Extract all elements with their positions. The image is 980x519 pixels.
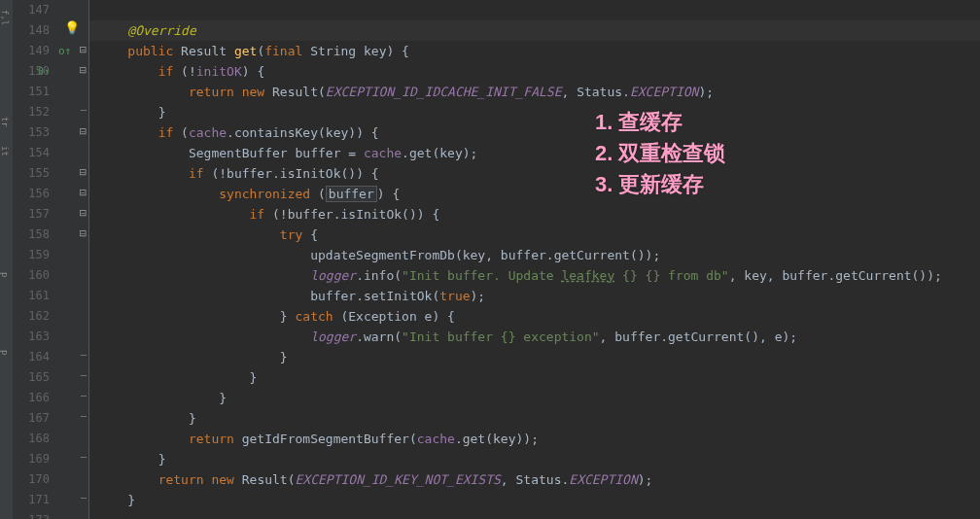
fold-icon-165[interactable]	[81, 369, 87, 380]
fold-icon-156[interactable]	[80, 186, 87, 199]
line-num-156: 156	[14, 184, 55, 204]
line-num-155: 155	[14, 163, 55, 184]
line-num-160: 160	[14, 265, 55, 286]
code-line-150: if (!initOK) {	[89, 61, 980, 82]
line-num-154: 154	[14, 143, 55, 163]
line-num-170: 170	[14, 469, 55, 490]
code-line-170: return new Result(EXCEPTION_ID_KEY_NOT_E…	[89, 469, 980, 490]
line-num-149: 149 0↑	[14, 41, 55, 61]
line-num-147: 147	[14, 0, 55, 20]
code-line-157: if (!buffer.isInitOk()) {	[89, 204, 980, 225]
code-line-166: }	[89, 388, 980, 408]
code-line-171: }	[89, 490, 980, 510]
code-line-162: } catch (Exception e) {	[89, 306, 980, 327]
code-editor: f,l tr it p p 147 148 149 0↑ 150 151 152…	[0, 0, 980, 519]
code-line-156: synchronized (buffer) {	[89, 184, 980, 204]
line-num-162: 162	[14, 306, 55, 327]
line-num-167: 167	[14, 408, 55, 429]
line-num-159: 159	[14, 245, 55, 265]
code-line-148: @Override	[89, 20, 980, 41]
lightbulb-icon: 💡	[64, 20, 80, 35]
intention-bulb[interactable]: 💡	[64, 20, 80, 35]
code-line-168: return getIdFromSegmentBuffer(cache.get(…	[89, 429, 980, 449]
line-num-161: 161	[14, 286, 55, 306]
line-num-148: 148	[14, 20, 55, 41]
code-line-158: try {	[89, 225, 980, 245]
code-line-163: logger.warn("Init buffer {} exception", …	[89, 327, 980, 347]
fold-icon-167[interactable]	[81, 410, 87, 421]
left-marker-1: f,l	[0, 10, 10, 25]
code-area[interactable]: @Override public Result get(final String…	[89, 0, 980, 519]
left-marker-5: p	[0, 350, 10, 355]
code-line-167: }	[89, 408, 980, 429]
override-gutter-icon[interactable]: o↑	[58, 45, 71, 57]
line-num-166: 166	[14, 388, 55, 408]
line-num-153: 153	[14, 122, 55, 143]
left-marker-4: p	[0, 272, 10, 277]
code-line-147	[89, 0, 980, 20]
override-annotation: @Override	[127, 23, 195, 38]
gutter-icons: 💡 o↑	[56, 0, 89, 519]
fold-icon-157[interactable]	[80, 206, 87, 220]
code-line-149: public Result get(final String key) {	[89, 41, 980, 61]
line-num-172: 172	[14, 510, 55, 519]
line-num-169: 169	[14, 449, 55, 469]
fold-icon-152[interactable]	[81, 104, 87, 115]
code-line-154: SegmentBuffer buffer = cache.get(key);	[89, 143, 980, 163]
fold-icon-158[interactable]	[80, 226, 87, 240]
fold-icon-155[interactable]	[80, 165, 87, 179]
line-num-157: 157	[14, 204, 55, 225]
line-num-164: 164	[14, 347, 55, 367]
fold-icon-166[interactable]	[81, 390, 87, 400]
line-num-171: 171	[14, 490, 55, 510]
code-line-161: buffer.setInitOk(true);	[89, 286, 980, 306]
fold-icon-149[interactable]	[80, 43, 87, 56]
fold-icon-169[interactable]	[81, 451, 87, 462]
code-line-160: logger.info("Init buffer. Update leafkey…	[89, 265, 980, 286]
left-marker-2: tr	[0, 117, 10, 127]
fold-icon-171[interactable]	[81, 492, 87, 502]
left-sidebar: f,l tr it p p	[0, 0, 14, 519]
line-num-150: 150	[14, 61, 55, 82]
line-num-152: 152	[14, 102, 55, 122]
fold-icon-150[interactable]	[80, 63, 87, 77]
line-num-168: 168	[14, 429, 55, 449]
code-line-151: return new Result(EXCEPTION_ID_IDCACHE_I…	[89, 82, 980, 102]
line-num-165: 165	[14, 367, 55, 388]
left-marker-3: it	[0, 146, 10, 156]
code-line-159: updateSegmentFromDb(key, buffer.getCurre…	[89, 245, 980, 265]
line-num-163: 163	[14, 327, 55, 347]
code-line-155: if (!buffer.isInitOk()) {	[89, 163, 980, 184]
code-line-169: }	[89, 449, 980, 469]
code-line-153: if (cache.containsKey(key)) {	[89, 122, 980, 143]
code-line-152: }	[89, 102, 980, 122]
line-num-158: 158	[14, 225, 55, 245]
fold-icon-164[interactable]	[81, 349, 87, 360]
code-line-172	[89, 510, 980, 519]
fold-icon-153[interactable]	[80, 124, 87, 138]
line-number-gutter: 147 148 149 0↑ 150 151 152 153 154 155 1…	[14, 0, 56, 519]
line-num-151: 151	[14, 82, 55, 102]
code-line-164: }	[89, 347, 980, 367]
code-line-165: }	[89, 367, 980, 388]
